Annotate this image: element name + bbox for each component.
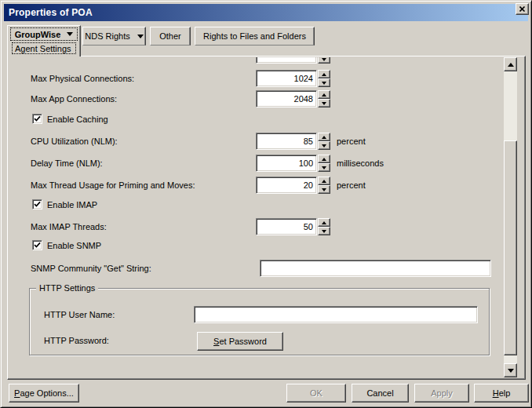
max-physical-connections-input[interactable] <box>256 70 317 87</box>
spin-up-button[interactable] <box>318 70 330 78</box>
page-options-rest: age Options... <box>20 388 74 398</box>
enable-imap-checkbox[interactable] <box>32 199 42 209</box>
http-password-label: HTTP Password: <box>44 336 109 346</box>
triangle-down-icon <box>322 230 326 233</box>
max-imap-threads-input[interactable] <box>256 218 317 235</box>
tab-groupwise-page-label: Agent Settings <box>15 44 71 53</box>
max-physical-connections-spinner <box>318 70 330 87</box>
spin-up-button[interactable] <box>318 90 330 99</box>
enable-imap-label: Enable IMAP <box>47 200 97 210</box>
triangle-down-icon <box>322 102 326 105</box>
apply-button[interactable]: Apply <box>414 384 469 403</box>
max-app-connections-spinner <box>318 90 330 107</box>
checkmark-icon <box>34 201 41 208</box>
checkmark-icon <box>34 242 41 249</box>
close-icon <box>519 6 526 12</box>
spin-up-button[interactable] <box>318 133 330 141</box>
tab-groupwise[interactable]: GroupWise Agent Settings <box>7 25 81 56</box>
cpu-utilization-spinner <box>318 133 330 150</box>
enable-caching-checkbox[interactable] <box>32 114 42 124</box>
ok-button-label: OK <box>310 388 322 398</box>
apply-button-label: Apply <box>431 388 453 398</box>
max-app-connections-input[interactable] <box>256 90 317 107</box>
properties-dialog: Properties of POA GroupWise Agent Settin… <box>0 0 532 408</box>
spin-down-button[interactable] <box>318 227 330 235</box>
spin-down-button[interactable] <box>318 163 330 172</box>
cpu-utilization-input[interactable] <box>256 133 317 150</box>
triangle-down-icon <box>322 82 326 85</box>
triangle-down-icon <box>322 58 326 61</box>
spin-down-button[interactable] <box>318 57 330 64</box>
cancel-button-label: Cancel <box>366 388 393 398</box>
spin-down-button[interactable] <box>318 99 330 107</box>
triangle-up-icon <box>508 63 514 67</box>
tab-rights-files-folders-label: Rights to Files and Folders <box>203 31 306 41</box>
max-imap-threads-spinner <box>318 218 330 235</box>
delay-time-spinner <box>318 155 330 172</box>
triangle-up-icon <box>322 136 326 139</box>
close-button[interactable] <box>516 3 529 15</box>
triangle-up-icon <box>322 158 326 161</box>
help-mnemonic: H <box>493 388 499 398</box>
chevron-down-icon <box>67 32 73 36</box>
page-options-button[interactable]: Page Options... <box>9 384 79 403</box>
checkmark-icon <box>34 115 41 122</box>
tab-other-label: Other <box>159 31 181 41</box>
help-button[interactable]: Help <box>474 384 529 403</box>
max-thread-usage-unit: percent <box>337 180 366 191</box>
set-password-rest: et Password <box>219 337 267 346</box>
delay-time-label: Delay Time (NLM): <box>31 158 103 169</box>
title-bar[interactable]: Properties of POA <box>4 4 528 21</box>
max-imap-threads-label: Max IMAP Threads: <box>31 222 107 232</box>
triangle-down-icon <box>322 144 326 148</box>
cpu-utilization-label: CPU Utilization (NLM): <box>31 137 118 147</box>
enable-snmp-label: Enable SNMP <box>47 241 101 251</box>
tab-nds-rights-label: NDS Rights <box>85 31 129 41</box>
max-thread-usage-label: Max Thread Usage for Priming and Moves: <box>31 180 195 191</box>
window-title: Properties of POA <box>9 7 93 18</box>
triangle-up-icon <box>322 93 326 97</box>
spin-up-button[interactable] <box>318 218 330 227</box>
clipped-field-spinner <box>318 57 330 64</box>
set-password-button[interactable]: Set Password <box>197 332 283 351</box>
enable-snmp-checkbox[interactable] <box>32 240 42 250</box>
scroll-thumb[interactable] <box>504 140 517 355</box>
scroll-up-button[interactable] <box>504 57 517 71</box>
spin-down-button[interactable] <box>318 141 330 150</box>
spin-up-button[interactable] <box>318 177 330 185</box>
http-settings-group: HTTP Settings HTTP User Name: HTTP Passw… <box>29 288 490 355</box>
max-app-connections-label: Max App Connections: <box>31 94 117 104</box>
http-user-name-input[interactable] <box>194 306 478 323</box>
triangle-up-icon <box>322 221 326 224</box>
http-user-name-label: HTTP User Name: <box>44 310 115 320</box>
snmp-get-string-input[interactable] <box>260 260 491 277</box>
spin-down-button[interactable] <box>318 78 330 87</box>
tab-groupwise-page[interactable]: Agent Settings <box>12 42 76 54</box>
cancel-button[interactable]: Cancel <box>352 384 409 403</box>
max-thread-usage-input[interactable] <box>256 177 317 194</box>
tab-nds-rights[interactable]: NDS Rights <box>82 27 146 46</box>
help-rest: elp <box>499 388 511 398</box>
agent-settings-content: Max Physical Connections: Max App Connec… <box>8 57 504 377</box>
max-thread-usage-spinner <box>318 177 330 194</box>
delay-time-unit: milliseconds <box>337 158 384 169</box>
delay-time-input[interactable] <box>256 155 317 172</box>
ok-button[interactable]: OK <box>286 384 346 403</box>
tab-groupwise-label: GroupWise <box>15 30 61 39</box>
scroll-down-button[interactable] <box>504 363 517 377</box>
tab-groupwise-menu[interactable]: GroupWise <box>10 27 78 41</box>
max-physical-connections-label: Max Physical Connections: <box>31 74 134 84</box>
tab-rights-files-folders[interactable]: Rights to Files and Folders <box>195 27 315 46</box>
spin-up-button[interactable] <box>318 155 330 163</box>
triangle-down-icon <box>322 188 326 191</box>
triangle-up-icon <box>322 73 326 76</box>
enable-caching-label: Enable Caching <box>47 115 108 125</box>
snmp-get-string-label: SNMP Community "Get" String: <box>31 264 151 274</box>
cpu-utilization-unit: percent <box>337 137 366 147</box>
triangle-up-icon <box>322 180 326 183</box>
tab-other[interactable]: Other <box>150 27 191 46</box>
vertical-scrollbar[interactable] <box>504 57 517 377</box>
triangle-down-icon <box>508 369 514 373</box>
spin-down-button[interactable] <box>318 185 330 194</box>
clipped-field[interactable] <box>256 57 317 64</box>
